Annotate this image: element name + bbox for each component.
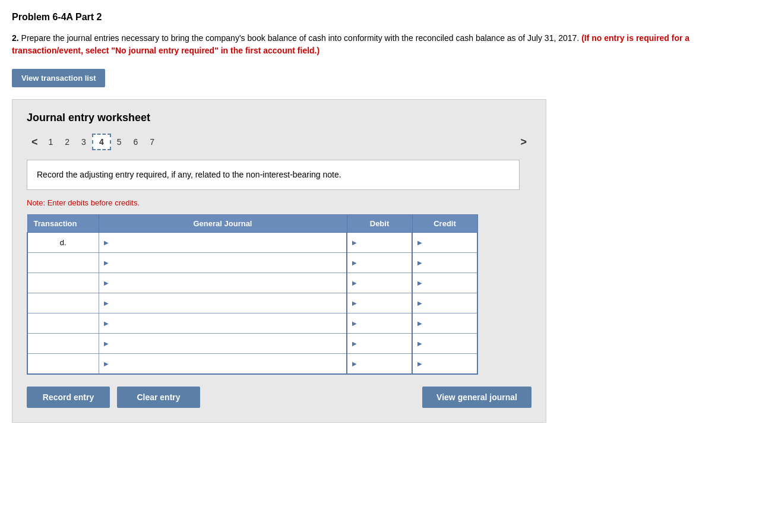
general-journal-input-1[interactable] bbox=[110, 238, 342, 247]
triangle-icon-1: ▶ bbox=[104, 239, 109, 246]
cell-debit-3[interactable]: ▶ bbox=[347, 273, 412, 293]
pagination-page-5[interactable]: 5 bbox=[111, 135, 128, 149]
instructions: 2. Prepare the journal entries necessary… bbox=[12, 32, 760, 57]
credit-input-1[interactable] bbox=[423, 238, 472, 247]
cell-credit-7[interactable]: ▶ bbox=[412, 354, 477, 374]
cell-general-journal-7[interactable]: ▶ bbox=[99, 354, 347, 374]
cell-transaction-4 bbox=[27, 293, 99, 314]
debit-input-3[interactable] bbox=[358, 278, 407, 287]
triangle-icon-2: ▶ bbox=[104, 259, 109, 266]
cell-debit-4[interactable]: ▶ bbox=[347, 293, 412, 314]
triangle-icon-debit-4: ▶ bbox=[352, 300, 357, 306]
col-header-debit: Debit bbox=[347, 215, 412, 233]
cell-transaction-1: d. bbox=[27, 233, 99, 253]
pagination-row: < 1 2 3 4 5 6 7 > bbox=[27, 134, 531, 150]
pagination-page-6[interactable]: 6 bbox=[128, 135, 144, 149]
debit-input-1[interactable] bbox=[358, 238, 407, 247]
general-journal-input-6[interactable] bbox=[110, 339, 342, 348]
cell-transaction-2 bbox=[27, 253, 99, 273]
debit-input-6[interactable] bbox=[358, 339, 407, 348]
general-journal-input-5[interactable] bbox=[110, 319, 342, 328]
col-header-credit: Credit bbox=[412, 215, 477, 233]
table-header-row: Transaction General Journal Debit Credit bbox=[27, 215, 477, 233]
cell-debit-6[interactable]: ▶ bbox=[347, 334, 412, 354]
triangle-icon-debit-6: ▶ bbox=[352, 340, 357, 347]
general-journal-input-3[interactable] bbox=[110, 278, 342, 287]
table-row: ▶ ▶ ▶ bbox=[27, 334, 477, 354]
triangle-icon-debit-1: ▶ bbox=[352, 239, 357, 246]
triangle-icon-debit-7: ▶ bbox=[352, 360, 357, 367]
table-row: ▶ ▶ ▶ bbox=[27, 314, 477, 334]
worksheet-container: Journal entry worksheet < 1 2 3 4 5 6 7 … bbox=[12, 99, 546, 423]
credit-input-2[interactable] bbox=[423, 258, 472, 267]
cell-transaction-5 bbox=[27, 314, 99, 334]
table-row: ▶ ▶ ▶ bbox=[27, 354, 477, 374]
credit-input-7[interactable] bbox=[423, 359, 472, 368]
instruction-text: Prepare the journal entries necessary to… bbox=[21, 33, 580, 43]
triangle-icon-6: ▶ bbox=[104, 340, 109, 347]
cell-transaction-3 bbox=[27, 273, 99, 293]
cell-general-journal-6[interactable]: ▶ bbox=[99, 334, 347, 354]
table-row: ▶ ▶ ▶ bbox=[27, 273, 477, 293]
credit-input-6[interactable] bbox=[423, 339, 472, 348]
credit-input-5[interactable] bbox=[423, 319, 472, 328]
pagination-page-3[interactable]: 3 bbox=[75, 135, 92, 149]
cell-debit-1[interactable]: ▶ bbox=[347, 233, 412, 253]
cell-credit-5[interactable]: ▶ bbox=[412, 314, 477, 334]
credit-input-4[interactable] bbox=[423, 299, 472, 308]
triangle-icon-credit-5: ▶ bbox=[417, 320, 422, 327]
record-entry-button[interactable]: Record entry bbox=[27, 387, 110, 408]
general-journal-input-4[interactable] bbox=[110, 299, 342, 308]
buttons-row: Record entry Clear entry View general jo… bbox=[27, 387, 531, 408]
pagination-next-arrow[interactable]: > bbox=[515, 135, 531, 150]
triangle-icon-credit-1: ▶ bbox=[417, 239, 422, 246]
note-text: Note: Enter debits before credits. bbox=[27, 198, 531, 207]
triangle-icon-credit-7: ▶ bbox=[417, 360, 422, 367]
triangle-icon-credit-4: ▶ bbox=[417, 300, 422, 306]
triangle-icon-credit-2: ▶ bbox=[417, 259, 422, 266]
cell-general-journal-2[interactable]: ▶ bbox=[99, 253, 347, 273]
pagination-prev-arrow[interactable]: < bbox=[27, 135, 43, 150]
cell-debit-2[interactable]: ▶ bbox=[347, 253, 412, 273]
cell-general-journal-5[interactable]: ▶ bbox=[99, 314, 347, 334]
clear-entry-button[interactable]: Clear entry bbox=[117, 387, 200, 408]
cell-credit-6[interactable]: ▶ bbox=[412, 334, 477, 354]
col-header-general-journal: General Journal bbox=[99, 215, 347, 233]
cell-credit-3[interactable]: ▶ bbox=[412, 273, 477, 293]
col-header-transaction: Transaction bbox=[27, 215, 99, 233]
cell-general-journal-3[interactable]: ▶ bbox=[99, 273, 347, 293]
cell-credit-1[interactable]: ▶ bbox=[412, 233, 477, 253]
credit-input-3[interactable] bbox=[423, 278, 472, 287]
general-journal-input-2[interactable] bbox=[110, 258, 342, 267]
table-row: ▶ ▶ ▶ bbox=[27, 253, 477, 273]
triangle-icon-debit-2: ▶ bbox=[352, 259, 357, 266]
pagination-page-1[interactable]: 1 bbox=[43, 135, 59, 149]
triangle-icon-debit-3: ▶ bbox=[352, 280, 357, 286]
cell-general-journal-4[interactable]: ▶ bbox=[99, 293, 347, 314]
cell-credit-4[interactable]: ▶ bbox=[412, 293, 477, 314]
pagination-page-7[interactable]: 7 bbox=[144, 135, 160, 149]
general-journal-input-7[interactable] bbox=[110, 359, 342, 368]
triangle-icon-4: ▶ bbox=[104, 300, 109, 306]
table-row: ▶ ▶ ▶ bbox=[27, 293, 477, 314]
debit-input-7[interactable] bbox=[358, 359, 407, 368]
debit-input-4[interactable] bbox=[358, 299, 407, 308]
instruction-part: 2. bbox=[12, 33, 19, 43]
triangle-icon-5: ▶ bbox=[104, 320, 109, 327]
debit-input-5[interactable] bbox=[358, 319, 407, 328]
table-row: d. ▶ ▶ ▶ bbox=[27, 233, 477, 253]
cell-debit-7[interactable]: ▶ bbox=[347, 354, 412, 374]
cell-debit-5[interactable]: ▶ bbox=[347, 314, 412, 334]
view-transaction-list-button[interactable]: View transaction list bbox=[12, 69, 105, 87]
cell-general-journal-1[interactable]: ▶ bbox=[99, 233, 347, 253]
debit-input-2[interactable] bbox=[358, 258, 407, 267]
pagination-page-2[interactable]: 2 bbox=[59, 135, 75, 149]
worksheet-title: Journal entry worksheet bbox=[27, 112, 531, 124]
triangle-icon-debit-5: ▶ bbox=[352, 320, 357, 327]
view-general-journal-button[interactable]: View general journal bbox=[422, 387, 531, 408]
cell-credit-2[interactable]: ▶ bbox=[412, 253, 477, 273]
journal-table: Transaction General Journal Debit Credit… bbox=[27, 214, 478, 375]
pagination-page-4[interactable]: 4 bbox=[92, 134, 111, 150]
description-box: Record the adjusting entry required, if … bbox=[27, 160, 520, 190]
cell-transaction-6 bbox=[27, 334, 99, 354]
